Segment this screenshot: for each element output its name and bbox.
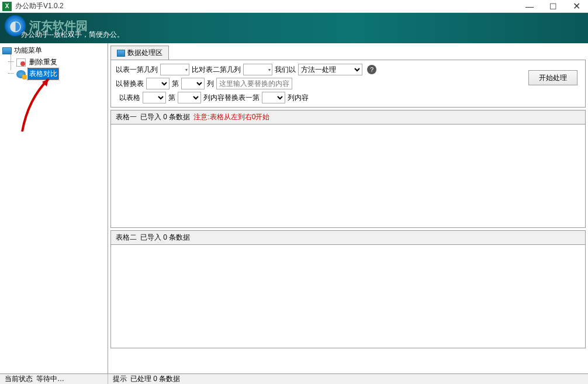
- tree-item-table-compare[interactable]: 表格对比: [16, 68, 105, 79]
- label: 第: [168, 93, 175, 103]
- status-label: 当前状态: [5, 374, 33, 384]
- document-delete-icon: [16, 58, 26, 67]
- window-title: 办公助手V1.0.2: [14, 1, 518, 11]
- label: 列内容替换表一第: [203, 93, 260, 103]
- status-value: 等待中…: [36, 374, 64, 384]
- tree-root[interactable]: 功能菜单: [2, 46, 105, 56]
- main-panel: 数据处理区 以表一第几列 比对表二第几列 我们以 方法一处理 ? 以替换表 第: [108, 43, 588, 373]
- label: 列内容: [288, 93, 309, 103]
- tree-item-delete-dup[interactable]: 删除重复: [16, 57, 105, 68]
- label: 第: [172, 79, 179, 89]
- sidebar: 功能菜单 删除重复 表格对比: [0, 43, 108, 373]
- combo-col2[interactable]: [243, 64, 272, 75]
- label: 我们以: [275, 65, 296, 75]
- table-select[interactable]: [143, 92, 166, 103]
- tab-data-area[interactable]: 数据处理区: [110, 46, 169, 60]
- tree-item-label: 删除重复: [28, 57, 58, 68]
- close-button[interactable]: ✕: [565, 0, 588, 13]
- table2-name: 表格二: [116, 233, 137, 243]
- replace-col-select[interactable]: [181, 78, 205, 89]
- slogan-text: 办公助手--放松双手，: [21, 30, 89, 39]
- start-button-label: 开始处理: [539, 73, 567, 83]
- statusbar: 当前状态 等待中… 提示 已处理 0 条数据: [0, 373, 588, 384]
- table1-body[interactable]: [110, 124, 586, 228]
- table1-note: 注意:表格从左到右0开始: [193, 112, 269, 122]
- table1-status: 已导入 0 条数据: [140, 112, 190, 122]
- combo-col1[interactable]: [160, 64, 189, 75]
- globe-icon: [16, 70, 26, 78]
- label: 以表格: [119, 93, 140, 103]
- table2-header: 表格二 已导入 0 条数据: [110, 230, 586, 244]
- control-panel: 以表一第几列 比对表二第几列 我们以 方法一处理 ? 以替换表 第 列 以表格: [110, 60, 586, 108]
- help-icon[interactable]: ?: [367, 65, 376, 74]
- table1-header: 表格一 已导入 0 条数据 注意:表格从左到右0开始: [110, 110, 586, 124]
- replace-text-input[interactable]: [216, 78, 292, 89]
- tree-root-label: 功能菜单: [14, 46, 42, 56]
- tab-label: 数据处理区: [127, 48, 162, 58]
- label: 以替换表: [116, 79, 144, 89]
- table1-name: 表格一: [116, 112, 137, 122]
- tree-item-label: 表格对比: [28, 68, 58, 79]
- table2-status: 已导入 0 条数据: [140, 233, 190, 243]
- label: 以表一第几列: [116, 65, 158, 75]
- label: 比对表二第几列: [192, 65, 241, 75]
- banner: 河东软件园 办公助手--放松双手，简便办公。: [0, 13, 588, 43]
- app-icon: [2, 2, 12, 11]
- window-icon: [117, 50, 125, 57]
- method-select[interactable]: 方法一处理: [298, 64, 362, 75]
- banner-slogan: 办公助手--放松双手，简便办公。: [21, 29, 124, 40]
- hint-value: 已处理 0 条数据: [130, 374, 180, 384]
- start-button[interactable]: 开始处理: [528, 70, 577, 85]
- slogan-text-post: 简便办公。: [89, 30, 124, 39]
- replace-table-select[interactable]: [146, 78, 170, 89]
- col-select-1[interactable]: [178, 92, 201, 103]
- table2-body[interactable]: [110, 244, 586, 348]
- label: 列: [207, 79, 214, 89]
- titlebar: 办公助手V1.0.2 — ☐ ✕: [0, 0, 588, 13]
- minimize-button[interactable]: —: [518, 0, 541, 13]
- col-select-2[interactable]: [262, 92, 285, 103]
- hint-label: 提示: [113, 374, 127, 384]
- maximize-button[interactable]: ☐: [541, 0, 565, 13]
